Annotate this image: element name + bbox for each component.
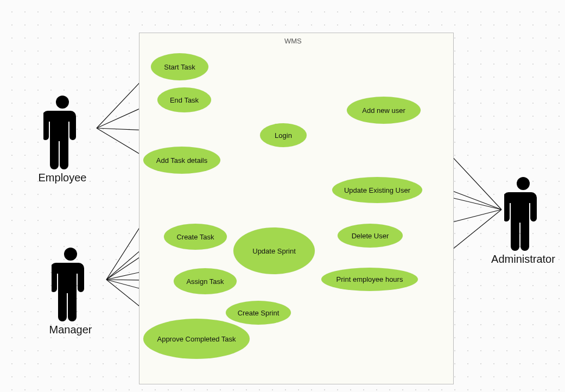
actor-employee: Employee — [30, 93, 95, 184]
svg-point-0 — [56, 96, 69, 109]
actor-label: Manager — [38, 324, 103, 336]
usecase-label: Create Sprint — [238, 309, 280, 317]
usecase-approve-completed-task: Approve Completed Task — [143, 319, 250, 359]
usecase-label: Create Task — [176, 233, 214, 241]
usecase-end-task: End Task — [157, 87, 211, 112]
usecase-label: Add Task details — [156, 156, 207, 165]
person-icon — [504, 175, 542, 251]
actor-administrator: Administrator — [485, 175, 561, 265]
usecase-add-task-details: Add Task details — [143, 147, 220, 174]
actor-manager: Manager — [38, 245, 103, 336]
usecase-create-task: Create Task — [164, 224, 227, 250]
usecase-login: Login — [260, 123, 307, 147]
svg-point-1 — [64, 248, 77, 261]
usecase-start-task: Start Task — [151, 53, 208, 80]
usecase-print-employee-hours: Print employee hours — [321, 268, 418, 291]
system-title: WMS — [284, 37, 302, 45]
person-icon — [43, 93, 81, 169]
actor-label: Administrator — [485, 253, 561, 265]
usecase-label: End Task — [170, 96, 199, 104]
usecase-label: Start Task — [164, 63, 195, 71]
diagram-canvas: WMS Start Task End Task Login Add Task d… — [0, 0, 565, 392]
usecase-label: Assign Task — [186, 277, 224, 286]
usecase-label: Print employee hours — [337, 275, 403, 283]
usecase-label: Login — [275, 131, 292, 140]
usecase-label: Update Existing User — [344, 186, 410, 194]
usecase-create-sprint: Create Sprint — [226, 301, 291, 325]
person-icon — [52, 245, 90, 321]
usecase-update-existing-user: Update Existing User — [332, 177, 422, 203]
usecase-label: Delete User — [352, 232, 389, 240]
usecase-label: Update Sprint — [252, 247, 296, 255]
usecase-label: Approve Completed Task — [157, 335, 236, 343]
usecase-add-new-user: Add new user — [347, 97, 421, 124]
actor-label: Employee — [30, 172, 95, 184]
svg-point-2 — [517, 177, 530, 190]
usecase-label: Add new user — [362, 106, 405, 115]
usecase-delete-user: Delete User — [338, 224, 403, 248]
usecase-update-sprint: Update Sprint — [233, 227, 315, 274]
usecase-assign-task: Assign Task — [174, 268, 237, 294]
